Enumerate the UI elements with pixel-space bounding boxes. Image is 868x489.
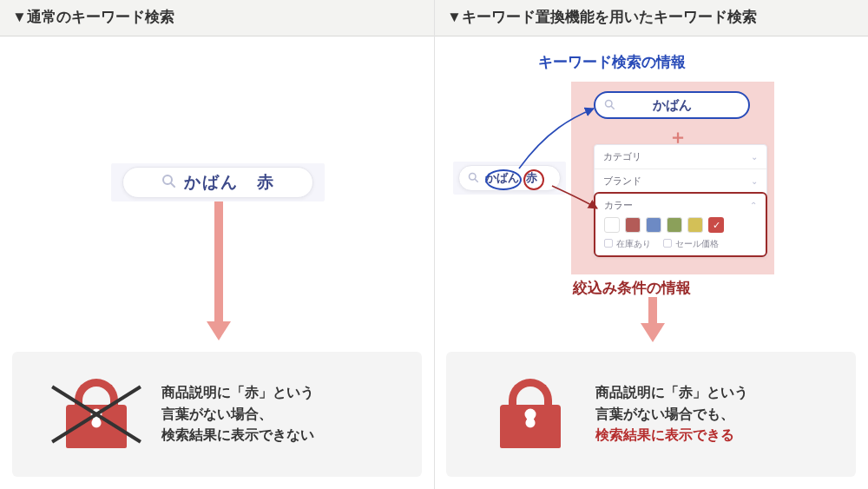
result-line: 言葉がない場合でも、: [595, 406, 734, 421]
keyword-pill-text: かばん: [653, 97, 692, 114]
svg-line-5: [611, 106, 614, 109]
result-line: 言葉がない場合、: [161, 406, 273, 421]
arrow-shaft: [214, 202, 223, 323]
filter-color-group: カラー ⌃ ✓ 在庫あり セール価格: [594, 192, 767, 257]
search-text: かばん 赤: [184, 171, 275, 194]
color-swatches: ✓: [595, 217, 766, 236]
result-line: 商品説明に「赤」という: [595, 385, 748, 400]
chevron-down-icon: ⌄: [751, 176, 758, 186]
filter-label: カラー: [604, 199, 633, 212]
keyword-info-label: キーワード検索の情報: [538, 52, 686, 72]
filter-label: ブランド: [603, 175, 641, 188]
lock-icon: [57, 379, 135, 450]
lock-icon-slot: [31, 379, 161, 450]
red-circle-icon: [523, 169, 544, 190]
left-search-card: かばん 赤: [111, 163, 325, 202]
search-input-pill[interactable]: かばん 赤: [122, 167, 313, 198]
right-header: ▼キーワード置換機能を用いたキーワード検索: [435, 0, 868, 36]
result-line-accent: 検索結果に表示できる: [595, 427, 734, 442]
checkbox-icon: [663, 239, 672, 248]
right-result-card: 商品説明に「赤」という 言葉がない場合でも、 検索結果に表示できる: [446, 352, 856, 477]
result-line: 検索結果に表示できない: [161, 427, 314, 442]
filter-info-label: 絞込み条件の情報: [573, 278, 691, 298]
filter-panel: カテゴリ ⌄ ブランド ⌄ カラー ⌃ ✓ 在庫あり セール価格: [594, 144, 767, 257]
right-mini-search-card: かばん 赤: [453, 162, 566, 195]
color-swatch[interactable]: [625, 217, 641, 233]
search-icon: [604, 98, 615, 112]
filter-row-category[interactable]: カテゴリ ⌄: [595, 145, 766, 169]
stock-checkbox[interactable]: 在庫あり: [604, 238, 651, 250]
sale-checkbox[interactable]: セール価格: [663, 238, 719, 250]
search-icon: [161, 174, 175, 191]
chevron-up-icon: ⌃: [750, 201, 757, 210]
search-icon: [468, 172, 478, 185]
blue-circle-icon: [485, 169, 522, 190]
color-swatch[interactable]: ✓: [708, 217, 724, 233]
color-swatch[interactable]: [604, 217, 620, 233]
filter-row-brand[interactable]: ブランド ⌄: [595, 169, 766, 193]
checkbox-icon: [604, 239, 613, 248]
color-swatch[interactable]: [687, 217, 703, 233]
svg-line-3: [475, 179, 477, 182]
left-result-card: 商品説明に「赤」という 言葉がない場合、 検索結果に表示できない: [12, 352, 422, 477]
color-swatch[interactable]: [667, 217, 682, 233]
left-result-text: 商品説明に「赤」という 言葉がない場合、 検索結果に表示できない: [161, 382, 403, 446]
checkbox-label: セール価格: [675, 239, 719, 248]
mini-search-pill[interactable]: かばん 赤: [458, 165, 561, 191]
checkbox-label: 在庫あり: [616, 239, 651, 248]
filter-label: カテゴリ: [603, 150, 641, 163]
right-result-text: 商品説明に「赤」という 言葉がない場合でも、 検索結果に表示できる: [595, 382, 837, 446]
left-header: ▼通常のキーワード検索: [0, 0, 434, 36]
chevron-down-icon: ⌄: [751, 152, 758, 162]
color-swatch[interactable]: [646, 217, 661, 233]
filter-check-row: 在庫あり セール価格: [595, 236, 766, 250]
lock-icon-slot: [465, 379, 595, 450]
lock-icon: [491, 379, 569, 450]
filter-row-color[interactable]: カラー ⌃: [595, 194, 766, 217]
keyword-pill[interactable]: かばん: [594, 91, 750, 119]
left-column: ▼通常のキーワード検索 かばん 赤: [0, 0, 434, 489]
arrow-head-icon: [207, 321, 231, 340]
svg-line-1: [171, 183, 174, 187]
arrow-head-icon: [641, 323, 665, 342]
result-line: 商品説明に「赤」という: [161, 385, 314, 400]
arrow-shaft: [648, 297, 657, 325]
